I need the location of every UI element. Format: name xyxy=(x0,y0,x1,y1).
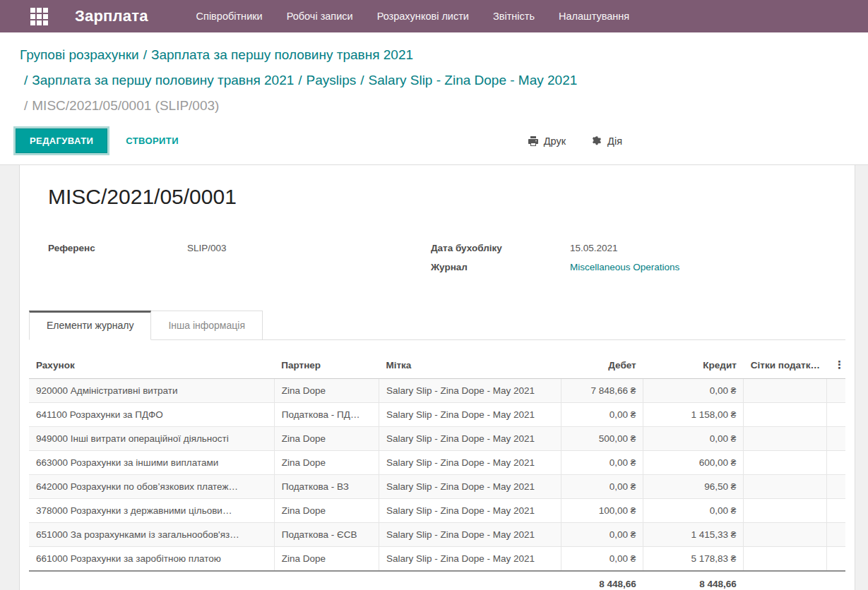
table-row[interactable]: 661000 Розрахунки за заробітною платою Z… xyxy=(29,547,845,572)
cell-label: Salary Slip - Zina Dope - May 2021 xyxy=(379,379,561,403)
col-header-credit[interactable]: Кредит xyxy=(643,351,744,379)
action-label: Дія xyxy=(607,136,622,147)
breadcrumb: Групові розрахунки/Зарплата за першу пол… xyxy=(0,32,868,119)
cell-label: Salary Slip - Zina Dope - May 2021 xyxy=(379,547,561,572)
cell-credit: 5 178,83 ₴ xyxy=(643,547,744,572)
col-header-partner[interactable]: Партнер xyxy=(274,351,379,379)
breadcrumb-separator: / xyxy=(139,47,151,62)
total-credit: 8 448,66 xyxy=(643,571,744,590)
edit-button[interactable]: РЕДАГУВАТИ xyxy=(16,128,107,153)
breadcrumb-link-payslips[interactable]: Payslips xyxy=(307,73,357,88)
cell-account: 642000 Розрахунки по обов’язкових платеж… xyxy=(29,475,274,499)
print-menu[interactable]: Друк xyxy=(528,136,566,147)
cell-label: Salary Slip - Zina Dope - May 2021 xyxy=(379,451,561,475)
menu-settings[interactable]: Налаштування xyxy=(559,11,629,22)
cell-tax-grids xyxy=(744,451,827,475)
breadcrumb-link-batch[interactable]: Зарплата за першу половину травня 2021 xyxy=(151,47,413,62)
field-journal: Журнал Miscellaneous Operations xyxy=(431,262,814,272)
col-header-tax-grids[interactable]: Сітки податк… xyxy=(744,351,827,379)
menu-reporting[interactable]: Звітність xyxy=(493,11,535,22)
cell-credit: 600,00 ₴ xyxy=(643,451,744,475)
create-button[interactable]: СТВОРИТИ xyxy=(126,136,179,146)
cell-account: 661000 Розрахунки за заробітною платою xyxy=(29,547,274,572)
record-actions: Друк Дія xyxy=(528,136,622,147)
cell-debit: 100,00 ₴ xyxy=(561,499,643,523)
notebook-tabs: Елементи журналу Інша інформація xyxy=(29,311,845,340)
grid-icon xyxy=(30,8,48,25)
table-row[interactable]: 642000 Розрахунки по обов’язкових платеж… xyxy=(29,475,845,499)
cell-credit: 96,50 ₴ xyxy=(643,475,744,499)
field-accounting-date: Дата бухобліку 15.05.2021 xyxy=(431,243,814,253)
col-header-debit[interactable]: Дебет xyxy=(561,351,643,379)
main-menu: Співробітники Робочі записи Розрахункові… xyxy=(196,11,630,22)
form-view-background: MISC/2021/05/0001 Референс SLIP/003 Дата… xyxy=(0,165,868,590)
accounting-date-value: 15.05.2021 xyxy=(570,243,618,253)
col-header-label[interactable]: Мітка xyxy=(379,351,561,379)
total-debit: 8 448,66 xyxy=(561,571,643,590)
cell-partner: Zina Dope xyxy=(274,379,379,403)
cell-label: Salary Slip - Zina Dope - May 2021 xyxy=(379,499,561,523)
cell-partner: Податкова - ПД… xyxy=(274,403,379,427)
record-title: MISC/2021/05/0001 xyxy=(48,185,845,209)
action-menu[interactable]: Дія xyxy=(591,136,622,147)
table-row[interactable]: 663000 Розрахунки за іншими виплатами Zi… xyxy=(29,451,845,475)
cell-account: 949000 Інші витрати операційної діяльнос… xyxy=(29,427,274,451)
breadcrumb-separator: / xyxy=(20,98,32,113)
breadcrumb-link-salary-slip[interactable]: Salary Slip - Zina Dope - May 2021 xyxy=(369,73,578,88)
col-header-account[interactable]: Рахунок xyxy=(29,351,274,379)
table-totals-row: 8 448,66 8 448,66 xyxy=(29,571,845,590)
cell-label: Salary Slip - Zina Dope - May 2021 xyxy=(379,427,561,451)
cell-debit: 7 848,66 ₴ xyxy=(561,379,643,403)
table-row[interactable]: 949000 Інші витрати операційної діяльнос… xyxy=(29,427,845,451)
breadcrumb-link-batch-2[interactable]: Зарплата за першу половину травня 2021 xyxy=(32,73,294,88)
cell-credit: 0,00 ₴ xyxy=(643,379,744,403)
cell-tax-grids xyxy=(744,379,827,403)
breadcrumb-line-1: Групові розрахунки/Зарплата за першу пол… xyxy=(20,42,848,68)
cell-partner: Податкова - ЄСВ xyxy=(274,523,379,547)
cell-debit: 0,00 ₴ xyxy=(561,451,643,475)
table-row[interactable]: 920000 Адміністративні витрати Zina Dope… xyxy=(29,379,845,403)
table-row[interactable]: 651000 За розрахунками із загальнообов'я… xyxy=(29,523,845,547)
cell-partner: Податкова - ВЗ xyxy=(274,475,379,499)
tab-other-info[interactable]: Інша інформація xyxy=(151,311,263,340)
journal-value-link[interactable]: Miscellaneous Operations xyxy=(570,262,679,272)
field-group-left: Референс SLIP/003 xyxy=(48,243,431,281)
cell-partner: Zina Dope xyxy=(274,427,379,451)
breadcrumb-line-3: /MISC/2021/05/0001 (SLIP/003) xyxy=(20,93,848,119)
control-panel: РЕДАГУВАТИ СТВОРИТИ Друк Дія xyxy=(0,119,868,165)
table-header-row: Рахунок Партнер Мітка Дебет Кредит Сітки… xyxy=(29,351,845,379)
breadcrumb-separator: / xyxy=(294,73,306,88)
breadcrumb-line-2: /Зарплата за першу половину травня 2021/… xyxy=(20,68,848,93)
cell-tax-grids xyxy=(744,427,827,451)
table-row[interactable]: 378000 Розрахунки з державними цільови… … xyxy=(29,499,845,523)
breadcrumb-current: MISC/2021/05/0001 (SLIP/003) xyxy=(32,98,219,113)
field-reference: Референс SLIP/003 xyxy=(48,243,431,253)
app-title: Зарплата xyxy=(75,7,148,25)
cell-partner: Zina Dope xyxy=(274,547,379,572)
menu-work-entries[interactable]: Робочі записи xyxy=(287,11,353,22)
top-navbar: Зарплата Співробітники Робочі записи Роз… xyxy=(0,0,868,32)
menu-payslips[interactable]: Розрахункові листи xyxy=(377,11,469,22)
menu-employees[interactable]: Співробітники xyxy=(196,11,263,22)
cell-tax-grids xyxy=(744,475,827,499)
cell-credit: 0,00 ₴ xyxy=(643,427,744,451)
kebab-icon[interactable]: ⋮ xyxy=(827,351,845,379)
print-label: Друк xyxy=(544,136,566,147)
cell-account: 920000 Адміністративні витрати xyxy=(29,379,274,403)
cell-account: 378000 Розрахунки з державними цільови… xyxy=(29,499,274,523)
journal-items-table: Рахунок Партнер Мітка Дебет Кредит Сітки… xyxy=(29,351,845,590)
breadcrumb-link-batches[interactable]: Групові розрахунки xyxy=(20,47,139,62)
form-sheet: MISC/2021/05/0001 Референс SLIP/003 Дата… xyxy=(19,165,855,590)
table-row[interactable]: 641100 Розрахунки за ПДФО Податкова - ПД… xyxy=(29,403,845,427)
journal-label: Журнал xyxy=(431,262,570,272)
apps-menu-icon[interactable] xyxy=(23,0,55,32)
reference-value: SLIP/003 xyxy=(187,243,227,253)
accounting-date-label: Дата бухобліку xyxy=(431,243,570,253)
reference-label: Референс xyxy=(48,243,187,253)
cell-tax-grids xyxy=(744,499,827,523)
cell-partner: Zina Dope xyxy=(274,451,379,475)
cell-credit: 1 415,33 ₴ xyxy=(643,523,744,547)
tab-journal-items[interactable]: Елементи журналу xyxy=(29,311,151,340)
cell-account: 641100 Розрахунки за ПДФО xyxy=(29,403,274,427)
cell-label: Salary Slip - Zina Dope - May 2021 xyxy=(379,403,561,427)
